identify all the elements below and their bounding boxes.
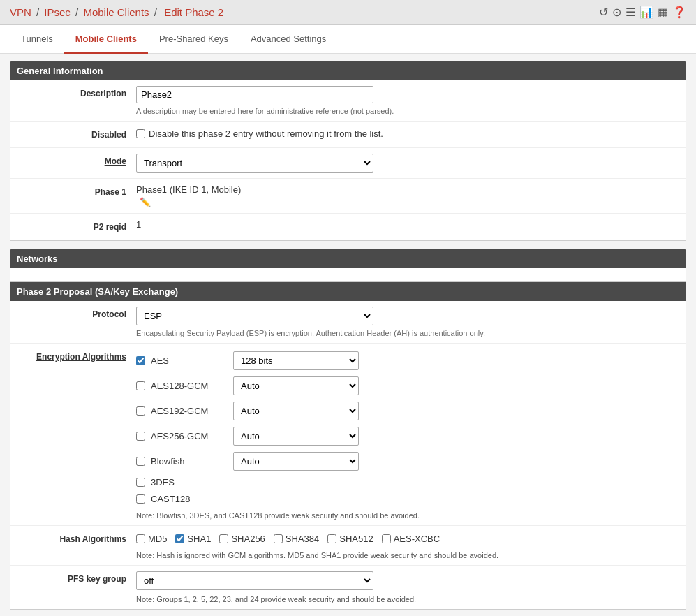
networks-section (10, 268, 686, 282)
general-info-header: General Information (10, 61, 686, 80)
disabled-checkbox[interactable] (136, 129, 145, 138)
breadcrumb: VPN / IPsec / Mobile Clients / Edit Phas… (10, 6, 225, 18)
hash-aesxcbc-checkbox[interactable] (382, 534, 391, 543)
description-row: Description Phase2 A description may be … (10, 80, 686, 122)
encrypt-aes-checkbox[interactable] (136, 356, 145, 365)
tab-tunnels[interactable]: Tunnels (10, 25, 64, 54)
tab-advanced-settings[interactable]: Advanced Settings (239, 25, 337, 54)
p2reqid-row: P2 reqid 1 (10, 214, 686, 240)
hash-sha256-item: SHA256 (219, 534, 265, 544)
hash-sha512-checkbox[interactable] (327, 534, 336, 543)
tabs-bar: Tunnels Mobile Clients Pre-Shared Keys A… (0, 25, 696, 54)
phase1-value: Phase1 (IKE ID 1, Mobile) ✏️ (136, 184, 679, 207)
hash-row: Hash Algorithms MD5 SHA1 SHA256 (10, 526, 686, 566)
tab-mobile-clients[interactable]: Mobile Clients (64, 25, 148, 54)
encrypt-aes192gcm-checkbox[interactable] (136, 406, 145, 416)
hash-sha1-label: SHA1 (187, 534, 211, 544)
encrypt-aes128gcm-checkbox[interactable] (136, 381, 145, 390)
disabled-value: Disable this phase 2 entry without remov… (136, 127, 679, 140)
encrypt-aes192gcm-label: AES192-GCM (151, 406, 228, 416)
encrypt-aes256gcm-checkbox[interactable] (136, 432, 145, 441)
hash-sha384-item: SHA384 (274, 534, 319, 544)
chart-icon[interactable]: 📊 (639, 6, 653, 19)
breadcrumb-ipsec[interactable]: IPsec (44, 6, 71, 18)
encrypt-cast128-checkbox[interactable] (136, 494, 145, 504)
mode-value: Transport Tunnel IPv4 Tunnel IPv6 Route-… (136, 154, 679, 173)
encryption-row: Encryption Algorithms AES Auto 64 bits 1… (10, 344, 686, 526)
hash-algorithms-row: MD5 SHA1 SHA256 SHA384 (136, 531, 679, 546)
encrypt-aes128gcm-row: AES128-GCM Auto 64 bits 96 bits 128 bits (136, 374, 679, 397)
breadcrumb-mobile[interactable]: Mobile Clients (83, 6, 149, 18)
top-icon-group: ↺ ⊙ ☰ 📊 ▦ ❓ (599, 6, 686, 19)
pfs-value: off 125 141516 171819 202122 2324 Note: … (136, 571, 679, 603)
hash-sha384-label: SHA384 (286, 534, 319, 544)
encrypt-aes128gcm-label: AES128-GCM (151, 381, 228, 391)
phase1-edit-icon[interactable]: ✏️ (140, 197, 679, 207)
encrypt-3des-row: 3DES (136, 475, 679, 490)
encryption-note: Note: Blowfish, 3DES, and CAST128 provid… (136, 511, 679, 520)
refresh-icon[interactable]: ↺ (599, 6, 608, 19)
phase1-label: Phase 1 (17, 184, 136, 197)
pfs-note: Note: Groups 1, 2, 5, 22, 23, and 24 pro… (136, 595, 679, 603)
table-icon[interactable]: ▦ (658, 6, 668, 19)
hash-sha1-checkbox[interactable] (175, 534, 184, 543)
proposal-section: Protocol ESP AH Encapsulating Security P… (10, 301, 686, 610)
general-info-section: Description Phase2 A description may be … (10, 80, 686, 241)
protocol-hint: Encapsulating Security Payload (ESP) is … (136, 329, 679, 337)
encryption-label: Encryption Algorithms (17, 349, 136, 362)
hash-sha384-checkbox[interactable] (274, 534, 283, 543)
mode-row: Mode Transport Tunnel IPv4 Tunnel IPv6 R… (10, 148, 686, 179)
encrypt-blowfish-select[interactable]: Auto 128 bits 192 bits 256 bits (233, 452, 359, 471)
encryption-value: AES Auto 64 bits 128 bits 192 bits 256 b… (136, 349, 679, 520)
encrypt-blowfish-row: Blowfish Auto 128 bits 192 bits 256 bits (136, 450, 679, 473)
description-input[interactable]: Phase2 (136, 86, 373, 103)
phase1-text: Phase1 (IKE ID 1, Mobile) (136, 184, 679, 195)
phase1-row: Phase 1 Phase1 (IKE ID 1, Mobile) ✏️ (10, 179, 686, 214)
pfs-select[interactable]: off 125 141516 171819 202122 2324 (136, 571, 373, 590)
protocol-row: Protocol ESP AH Encapsulating Security P… (10, 301, 686, 344)
encrypt-aes128gcm-select[interactable]: Auto 64 bits 96 bits 128 bits (233, 376, 359, 395)
hash-label: Hash Algorithms (17, 531, 136, 544)
pfs-row: PFS key group off 125 141516 171819 2021… (10, 566, 686, 609)
protocol-value: ESP AH Encapsulating Security Payload (E… (136, 307, 679, 337)
encrypt-aes192gcm-select[interactable]: Auto 64 bits 96 bits 128 bits (233, 402, 359, 420)
mode-select[interactable]: Transport Tunnel IPv4 Tunnel IPv6 Route-… (136, 154, 373, 173)
encrypt-blowfish-checkbox[interactable] (136, 457, 145, 466)
disabled-row: Disabled Disable this phase 2 entry with… (10, 122, 686, 148)
pfs-label: PFS key group (17, 571, 136, 584)
mode-label: Mode (17, 154, 136, 166)
encrypt-aes-select[interactable]: Auto 64 bits 128 bits 192 bits 256 bits (233, 351, 359, 370)
list-icon[interactable]: ☰ (625, 6, 635, 19)
encrypt-cast128-row: CAST128 (136, 492, 679, 506)
hash-md5-item: MD5 (136, 534, 167, 544)
disabled-checkbox-label: Disable this phase 2 entry without remov… (149, 129, 383, 139)
encrypt-aes256gcm-select[interactable]: Auto 64 bits 96 bits 128 bits (233, 427, 359, 446)
tab-pre-shared-keys[interactable]: Pre-Shared Keys (148, 25, 239, 54)
top-bar: VPN / IPsec / Mobile Clients / Edit Phas… (0, 0, 696, 25)
hash-md5-checkbox[interactable] (136, 534, 145, 543)
encrypt-aes-row: AES Auto 64 bits 128 bits 192 bits 256 b… (136, 349, 679, 372)
hash-aesxcbc-label: AES-XCBC (394, 534, 440, 544)
encrypt-3des-checkbox[interactable] (136, 478, 145, 487)
breadcrumb-sep3: / (154, 6, 160, 18)
help-icon[interactable]: ❓ (672, 6, 686, 19)
description-value: Phase2 A description may be entered here… (136, 86, 679, 115)
hash-value: MD5 SHA1 SHA256 SHA384 (136, 531, 679, 559)
protocol-select[interactable]: ESP AH (136, 307, 373, 325)
p2reqid-text: 1 (136, 219, 679, 230)
encrypt-aes-label: AES (151, 355, 228, 366)
hash-sha256-checkbox[interactable] (219, 534, 228, 543)
hash-sha512-item: SHA512 (327, 534, 373, 544)
description-label: Description (17, 86, 136, 98)
hash-note: Note: Hash is ignored with GCM algorithm… (136, 551, 679, 559)
description-hint: A description may be entered here for ad… (136, 107, 679, 115)
hash-aesxcbc-item: AES-XCBC (382, 534, 440, 544)
circle-icon[interactable]: ⊙ (612, 6, 621, 19)
hash-md5-label: MD5 (148, 534, 167, 544)
p2reqid-label: P2 reqid (17, 219, 136, 232)
breadcrumb-vpn[interactable]: VPN (10, 6, 31, 18)
encrypt-3des-label: 3DES (151, 477, 228, 487)
encrypt-aes192gcm-row: AES192-GCM Auto 64 bits 96 bits 128 bits (136, 399, 679, 423)
encrypt-cast128-label: CAST128 (151, 494, 228, 504)
disabled-label: Disabled (17, 127, 136, 140)
